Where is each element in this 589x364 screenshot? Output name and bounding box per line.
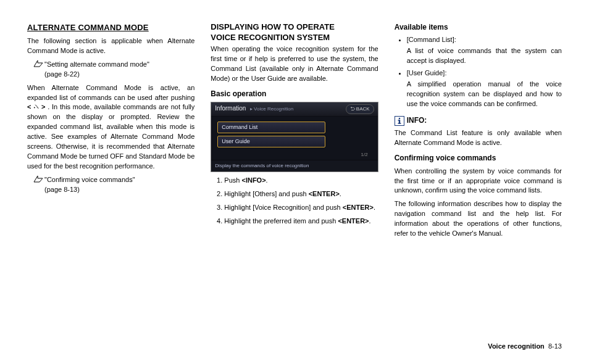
info-label: INFO: [407, 115, 427, 126]
step-4: Highlight the preferred item and push <E… [224, 217, 378, 226]
step-2: Highlight [Others] and push <ENTER>. [224, 189, 378, 199]
crossref-title: "Setting alternate command mode" [44, 60, 149, 68]
info-icon [395, 116, 404, 126]
available-items-heading: Available items [395, 22, 562, 33]
ss-pager: 1/2 [217, 150, 371, 159]
ui-screenshot: Information ▸ Voice Recognition ⮌ BACK C… [211, 102, 378, 172]
ss-back-button: ⮌ BACK [346, 104, 374, 114]
available-item-command-list: [Command List]: A list of voice commands… [407, 35, 562, 66]
page-footer: Voice recognition 8-13 [488, 342, 562, 352]
column-middle: DISPLAYING HOW TO OPERATE VOICE RECOGNIT… [211, 22, 378, 242]
voice-button-icon: < > [27, 103, 45, 110]
basic-operation-steps: Push <INFO>. Highlight [Others] and push… [211, 176, 378, 226]
step-3: Highlight [Voice Recognition] and push <… [224, 203, 378, 213]
svg-point-0 [34, 107, 35, 109]
crossref-title: "Confirming voice commands" [44, 176, 135, 183]
crossref-page: (page 8-13) [44, 186, 80, 193]
column-right: Available items [Command List]: A list o… [395, 22, 562, 242]
confirming-heading: Confirming voice commands [395, 153, 562, 163]
svg-rect-3 [398, 120, 399, 120]
ss-item-user-guide: User Guide [217, 136, 325, 147]
info-callout: INFO: [395, 115, 562, 126]
column-left: ALTERNATE COMMAND MODE The following sec… [27, 22, 194, 242]
crossref-icon [33, 175, 44, 195]
displaying-heading: DISPLAYING HOW TO OPERATE VOICE RECOGNIT… [211, 22, 378, 43]
crossref-confirming-voice: "Confirming voice commands" (page 8-13) [33, 175, 194, 195]
alt-mode-heading: ALTERNATE COMMAND MODE [27, 22, 194, 34]
displaying-intro: When operating the voice recognition sys… [211, 44, 378, 84]
step-1: Push <INFO>. [224, 176, 378, 186]
footer-section: Voice recognition [488, 342, 544, 350]
crossref-page: (page 8-22) [44, 70, 80, 78]
info-text: The Command List feature is only availab… [395, 128, 562, 148]
confirming-p1: When controlling the system by voice com… [395, 167, 562, 196]
ss-subtitle: ▸ Voice Recognition [250, 106, 293, 112]
crossref-icon [33, 60, 44, 80]
crossref-setting-alt-mode: "Setting alternate command mode" (page 8… [33, 60, 194, 80]
basic-operation-heading: Basic operation [211, 89, 378, 99]
alt-mode-body: When Alternate Command Mode is active, a… [27, 83, 194, 172]
ss-footer: Display the commands of voice recognitio… [211, 160, 377, 172]
available-items-list: [Command List]: A list of voice commands… [395, 35, 562, 109]
ss-title: Information [215, 105, 246, 112]
svg-rect-4 [398, 123, 401, 123]
available-item-user-guide: [User Guide]: A simplified operation man… [407, 68, 562, 109]
alt-mode-intro: The following section is applicable when… [27, 36, 194, 56]
confirming-p2: The following information describes how … [395, 199, 562, 239]
ss-item-command-list: Command List [217, 122, 325, 133]
svg-point-1 [398, 117, 400, 119]
footer-page-number: 8-13 [548, 342, 562, 350]
